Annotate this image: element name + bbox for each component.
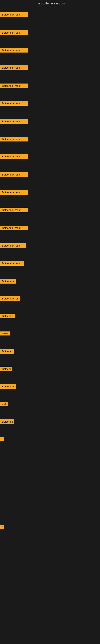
bottleneck-bar[interactable]: Bottleneck <box>0 279 16 284</box>
bottleneck-bar-row: Bottleneck result <box>0 66 28 70</box>
bottleneck-bar-row: Bottleneck result <box>0 190 28 194</box>
bottleneck-bar-row: Bottleneck result <box>0 84 28 88</box>
bottleneck-bar[interactable]: Bottleneck result <box>0 66 28 70</box>
bottleneck-bar-row: Bottle <box>0 332 10 336</box>
bottleneck-bar[interactable]: Bottleneck result <box>0 12 28 17</box>
bottleneck-bar[interactable]: Bottlenec <box>0 420 14 424</box>
bottleneck-bar[interactable]: Bottleneck resu <box>0 261 24 266</box>
bottleneck-bar-row: Bottl <box>0 402 8 406</box>
bottleneck-bar-row: Bottlenec <box>0 314 15 318</box>
bottleneck-bar-row: Bottleneck result <box>0 48 28 52</box>
bottleneck-bar[interactable]: Bottleneck res <box>0 296 20 301</box>
bottleneck-bar[interactable]: Bottleneck <box>0 384 16 389</box>
bottleneck-bar-row: Bottleneck result <box>0 30 28 35</box>
bottleneck-bar-row: Bottleneck result <box>0 119 28 124</box>
bottleneck-bar[interactable]: Bottlenec <box>0 314 15 318</box>
bottleneck-bar[interactable]: Bottl <box>0 402 8 406</box>
bottleneck-bar[interactable]: Bottleneck result <box>0 208 28 212</box>
bottleneck-bar[interactable]: Bottleneck result <box>0 190 28 194</box>
bottleneck-bar[interactable]: Bottleneck result <box>0 101 28 106</box>
bottleneck-bar-row: Bottlene <box>0 367 12 371</box>
bottleneck-bar-row: | <box>0 437 3 441</box>
bottleneck-bar-row: Bottlenec <box>0 420 14 424</box>
bottleneck-bar-row: Bottleneck result <box>0 208 28 212</box>
bottleneck-bar[interactable]: Bottlene <box>0 367 12 371</box>
bottleneck-bar-row: Bottleneck result <box>0 101 28 106</box>
bottleneck-bar-row: Bottleneck result <box>0 137 28 142</box>
bottleneck-bar-row: Bottleneck res <box>0 296 20 301</box>
bottleneck-bar-row: Bottleneck result <box>0 12 28 17</box>
bottleneck-bar[interactable]: Bottleneck result <box>0 119 28 124</box>
bottleneck-bar[interactable]: Bottleneck result <box>0 84 28 88</box>
bottleneck-bar[interactable]: Bottleneck result <box>0 137 28 142</box>
bottleneck-bar[interactable]: Bottleneck result <box>0 30 28 35</box>
bottleneck-bar[interactable]: Bottlenec <box>0 349 14 354</box>
bottleneck-bar[interactable]: | <box>0 437 3 441</box>
bottleneck-bar-row: Bottleneck result <box>0 226 28 230</box>
bottleneck-bar-row: Bottleneck result <box>0 243 26 248</box>
bottleneck-bar[interactable]: Bottleneck result <box>0 48 28 52</box>
bottleneck-bar-row: Bottleneck resu <box>0 261 24 266</box>
bottleneck-bar[interactable]: Bottle <box>0 332 10 336</box>
site-title: TheBottlenecker.com <box>0 0 100 7</box>
bars-container: Bottleneck resultBottleneck resultBottle… <box>0 7 100 644</box>
bottleneck-bar-row: Bottlenec <box>0 349 14 354</box>
bottleneck-bar[interactable]: Bottleneck result <box>0 154 28 159</box>
bottleneck-bar-row: B <box>0 525 3 529</box>
bottleneck-bar[interactable]: Bottleneck result <box>0 226 28 230</box>
bottleneck-bar-row: Bottleneck <box>0 279 16 284</box>
bottleneck-bar[interactable]: B <box>0 525 3 529</box>
bottleneck-bar[interactable]: Bottleneck result <box>0 172 28 177</box>
bottleneck-bar-row: Bottleneck result <box>0 172 28 177</box>
bottleneck-bar-row: Bottleneck result <box>0 154 28 159</box>
bottleneck-bar[interactable]: Bottleneck result <box>0 243 26 248</box>
bottleneck-bar-row: Bottleneck <box>0 384 16 389</box>
